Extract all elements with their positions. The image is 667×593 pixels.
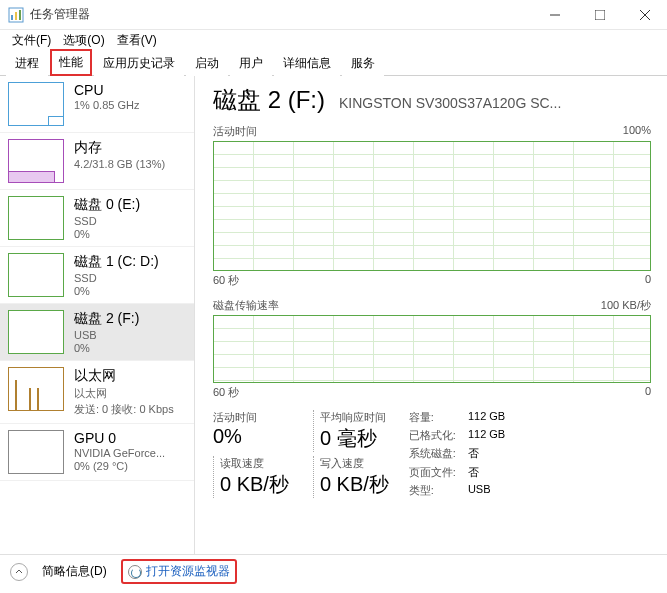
resp-value: 0 毫秒 (320, 425, 389, 452)
app-icon (8, 7, 24, 23)
content: CPU 1% 0.85 GHz 内存 4.2/31.8 GB (13%) 磁盘 … (0, 76, 667, 554)
cpu-thumb (8, 82, 64, 126)
open-resource-monitor-link[interactable]: 打开资源监视器 (121, 559, 237, 584)
sidebar-disk1-sub1: SSD (74, 272, 159, 284)
activity-chart-block: 活动时间 100% 60 秒 0 (213, 124, 651, 288)
activity-chart (213, 141, 651, 271)
sidebar-disk1-sub2: 0% (74, 285, 159, 297)
menu-view[interactable]: 查看(V) (113, 30, 161, 51)
ethernet-thumb (8, 367, 64, 411)
footer: 简略信息(D) 打开资源监视器 (0, 554, 667, 588)
chart2-xleft: 60 秒 (213, 385, 239, 400)
tab-services[interactable]: 服务 (342, 50, 384, 76)
resp-label: 平均响应时间 (320, 410, 389, 425)
read-value: 0 KB/秒 (220, 471, 289, 498)
transfer-chart-block: 磁盘传输速率 100 KB/秒 60 秒 0 (213, 298, 651, 400)
chart2-max: 100 KB/秒 (601, 298, 651, 313)
tab-users[interactable]: 用户 (230, 50, 272, 76)
pagefile-value: 否 (468, 465, 505, 480)
sidebar-item-gpu[interactable]: GPU 0 NVIDIA GeForce... 0% (29 °C) (0, 424, 194, 481)
svg-rect-3 (19, 10, 21, 20)
maximize-button[interactable] (577, 0, 622, 30)
collapse-icon[interactable] (10, 563, 28, 581)
chart1-label: 活动时间 (213, 124, 257, 139)
menubar: 文件(F) 选项(O) 查看(V) (0, 30, 667, 50)
tabbar: 进程 性能 应用历史记录 启动 用户 详细信息 服务 (0, 50, 667, 76)
stats: 活动时间 0% 平均响应时间 0 毫秒 读取速度 0 KB/秒 写入速度 0 K… (213, 410, 651, 498)
type-label: 类型: (409, 483, 456, 498)
memory-thumb (8, 139, 64, 183)
sidebar-item-disk2[interactable]: 磁盘 2 (F:) USB 0% (0, 304, 194, 361)
sysdisk-value: 否 (468, 446, 505, 461)
close-button[interactable] (622, 0, 667, 30)
sidebar-gpu-sub2: 0% (29 °C) (74, 460, 165, 472)
detail-pane: 磁盘 2 (F:) KINGSTON SV300S37A120G SC... 活… (195, 76, 667, 554)
disk1-thumb (8, 253, 64, 297)
sidebar-item-memory[interactable]: 内存 4.2/31.8 GB (13%) (0, 133, 194, 190)
minimize-button[interactable] (532, 0, 577, 30)
window-title: 任务管理器 (30, 6, 532, 23)
chart1-xleft: 60 秒 (213, 273, 239, 288)
formatted-label: 已格式化: (409, 428, 456, 443)
brief-info-link[interactable]: 简略信息(D) (42, 563, 107, 580)
active-label: 活动时间 (213, 410, 289, 425)
read-label: 读取速度 (220, 456, 289, 471)
sidebar-item-ethernet[interactable]: 以太网 以太网 发送: 0 接收: 0 Kbps (0, 361, 194, 424)
menu-options[interactable]: 选项(O) (59, 30, 108, 51)
sidebar-gpu-title: GPU 0 (74, 430, 165, 446)
sidebar-cpu-sub: 1% 0.85 GHz (74, 99, 139, 111)
tab-startup[interactable]: 启动 (186, 50, 228, 76)
tab-performance[interactable]: 性能 (50, 49, 92, 76)
tab-details[interactable]: 详细信息 (274, 50, 340, 76)
svg-rect-2 (15, 12, 17, 20)
transfer-chart (213, 315, 651, 383)
sidebar-disk0-title: 磁盘 0 (E:) (74, 196, 140, 214)
pagefile-label: 页面文件: (409, 465, 456, 480)
svg-rect-5 (595, 10, 605, 20)
active-value: 0% (213, 425, 289, 448)
type-value: USB (468, 483, 505, 498)
sidebar-item-disk0[interactable]: 磁盘 0 (E:) SSD 0% (0, 190, 194, 247)
tab-processes[interactable]: 进程 (6, 50, 48, 76)
sidebar-gpu-sub1: NVIDIA GeForce... (74, 447, 165, 459)
chart1-xright: 0 (645, 273, 651, 288)
capacity-value: 112 GB (468, 410, 505, 425)
sidebar-disk2-title: 磁盘 2 (F:) (74, 310, 139, 328)
write-value: 0 KB/秒 (320, 471, 389, 498)
sidebar-disk2-sub2: 0% (74, 342, 139, 354)
disk0-thumb (8, 196, 64, 240)
write-label: 写入速度 (320, 456, 389, 471)
gpu-thumb (8, 430, 64, 474)
sidebar-item-disk1[interactable]: 磁盘 1 (C: D:) SSD 0% (0, 247, 194, 304)
sidebar: CPU 1% 0.85 GHz 内存 4.2/31.8 GB (13%) 磁盘 … (0, 76, 195, 554)
svg-rect-1 (11, 15, 13, 20)
sidebar-mem-title: 内存 (74, 139, 165, 157)
sidebar-item-cpu[interactable]: CPU 1% 0.85 GHz (0, 76, 194, 133)
sidebar-cpu-title: CPU (74, 82, 139, 98)
tab-app-history[interactable]: 应用历史记录 (94, 50, 184, 76)
sidebar-disk0-sub2: 0% (74, 228, 140, 240)
sidebar-eth-sub2: 发送: 0 接收: 0 Kbps (74, 402, 174, 417)
sidebar-mem-sub: 4.2/31.8 GB (13%) (74, 158, 165, 170)
sysdisk-label: 系统磁盘: (409, 446, 456, 461)
disk2-thumb (8, 310, 64, 354)
detail-model: KINGSTON SV300S37A120G SC... (339, 95, 561, 111)
capacity-label: 容量: (409, 410, 456, 425)
chart2-label: 磁盘传输速率 (213, 298, 279, 313)
sidebar-disk1-title: 磁盘 1 (C: D:) (74, 253, 159, 271)
resmon-text: 打开资源监视器 (146, 563, 230, 580)
chart1-max: 100% (623, 124, 651, 139)
sidebar-disk0-sub1: SSD (74, 215, 140, 227)
formatted-value: 112 GB (468, 428, 505, 443)
sidebar-eth-sub1: 以太网 (74, 386, 174, 401)
chart2-xright: 0 (645, 385, 651, 400)
sidebar-disk2-sub1: USB (74, 329, 139, 341)
titlebar: 任务管理器 (0, 0, 667, 30)
resource-monitor-icon (128, 565, 142, 579)
detail-title: 磁盘 2 (F:) (213, 84, 325, 116)
sidebar-eth-title: 以太网 (74, 367, 174, 385)
menu-file[interactable]: 文件(F) (8, 30, 55, 51)
